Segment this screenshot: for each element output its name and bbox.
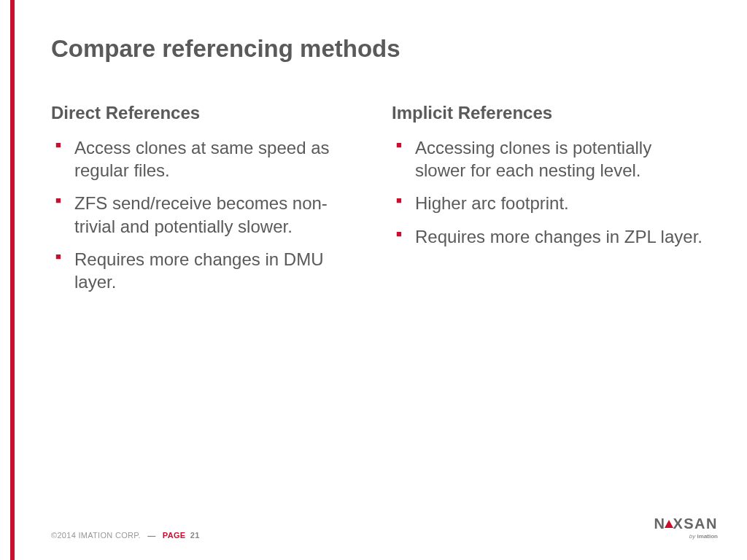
copyright-text: ©2014 IMATION CORP. xyxy=(51,531,141,540)
list-item: Access clones at same speed as regular f… xyxy=(51,136,363,182)
nexsan-logo: NXSAN by imation xyxy=(654,516,718,540)
left-list: Access clones at same speed as regular f… xyxy=(51,136,363,293)
slide-content: Compare referencing methods Direct Refer… xyxy=(0,0,747,303)
list-item: Higher arc footprint. xyxy=(392,192,703,214)
left-column: Direct References Access clones at same … xyxy=(51,103,363,303)
right-column: Implicit References Accessing clones is … xyxy=(392,103,703,303)
byline-brand: imation xyxy=(697,533,718,540)
triangle-icon xyxy=(665,520,673,528)
page-label: PAGE xyxy=(163,531,186,540)
list-item: ZFS send/receive becomes non-trivial and… xyxy=(51,192,363,237)
left-heading: Direct References xyxy=(51,103,363,123)
list-item: Accessing clones is potentially slower f… xyxy=(392,136,703,182)
slide-title: Compare referencing methods xyxy=(51,35,703,63)
footer: ©2014 IMATION CORP. — PAGE 21 NXSAN by i… xyxy=(51,516,718,540)
logo-byline: by imation xyxy=(689,533,718,540)
right-heading: Implicit References xyxy=(392,103,703,123)
list-item: Requires more changes in ZPL layer. xyxy=(392,225,703,248)
footer-left: ©2014 IMATION CORP. — PAGE 21 xyxy=(51,531,200,540)
logo-main: NXSAN xyxy=(654,516,718,532)
right-list: Accessing clones is potentially slower f… xyxy=(392,136,703,248)
logo-suffix: XSAN xyxy=(673,516,718,532)
columns-container: Direct References Access clones at same … xyxy=(51,103,703,303)
list-item: Requires more changes in DMU layer. xyxy=(51,248,363,293)
accent-bar xyxy=(10,0,15,560)
byline-by: by xyxy=(689,533,695,540)
page-number: 21 xyxy=(190,531,200,540)
logo-prefix: N xyxy=(654,516,665,532)
dash-separator: — xyxy=(147,531,155,540)
